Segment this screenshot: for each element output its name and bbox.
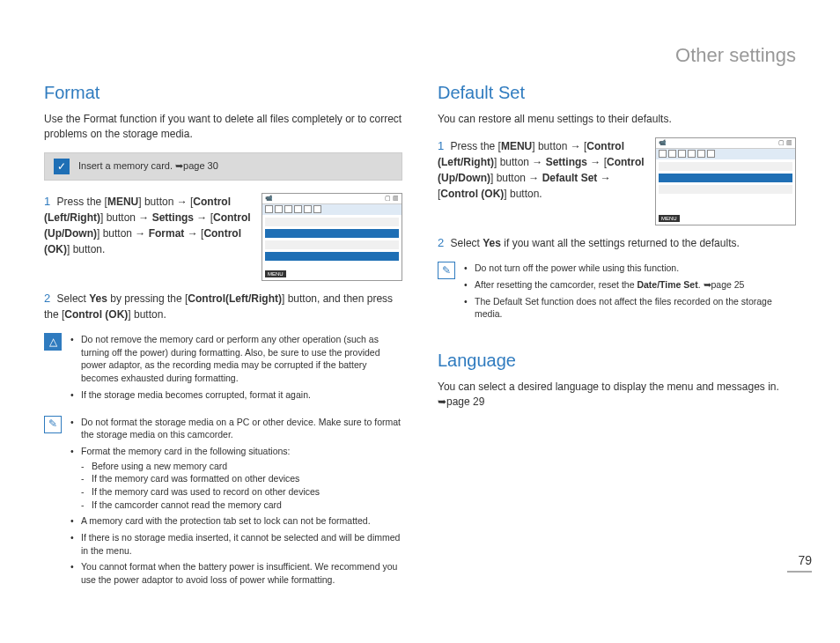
info-block: ✎ Do not format the storage media on a P… <box>44 416 402 590</box>
screenshot-list-item <box>265 240 399 249</box>
default-set-heading: Default Set <box>438 83 796 103</box>
screenshot-list-item <box>659 162 792 171</box>
default-set-notes: ✎ Do not turn off the power while using … <box>438 262 796 324</box>
format-heading: Format <box>44 83 402 103</box>
info-subitem: Before using a new memory card <box>81 460 402 473</box>
default-set-step2: 2 Select Yes if you want all the setting… <box>438 234 796 252</box>
language-heading: Language <box>438 351 796 371</box>
default-set-step1: 1 Press the [MENU] button → [Control (Le… <box>438 137 645 225</box>
mini-icon <box>678 150 686 158</box>
step-number: 1 <box>44 195 50 208</box>
mini-icon <box>304 205 312 213</box>
info-subitem: If the memory card was used to record on… <box>81 485 402 499</box>
mini-icon <box>668 150 676 158</box>
warning-block: △ Do not remove the memory card or perfo… <box>44 333 402 404</box>
language-intro: You can select a desired language to dis… <box>438 380 796 410</box>
info-subitem: If the memory card was formatted on othe… <box>81 472 402 485</box>
info-item: You cannot format when the battery power… <box>70 560 402 586</box>
mini-icon <box>313 205 321 213</box>
screenshot-list-item <box>265 229 399 238</box>
format-step1: 1 Press the [MENU] button → [Control (Le… <box>44 193 251 281</box>
info-item: A memory card with the protection tab se… <box>70 514 402 528</box>
info-icon: ✎ <box>438 262 455 279</box>
check-icon: ✓ <box>54 159 70 174</box>
page-number: 79 <box>787 553 812 573</box>
menu-tag: MENU <box>659 215 680 222</box>
screenshot-list-item <box>265 252 399 261</box>
step-number: 2 <box>438 236 444 249</box>
note-item: Do not turn off the power while using th… <box>464 262 796 275</box>
right-column: Default Set You can restore all menu set… <box>438 83 796 590</box>
memo-text: Insert a memory card. ➥page 30 <box>78 160 218 172</box>
screenshot-list-item <box>659 174 792 182</box>
format-step2: 2 Select Yes by pressing the [Control(Le… <box>44 290 402 323</box>
mini-icon <box>659 150 667 158</box>
mini-icon <box>284 205 292 213</box>
mini-icon <box>265 205 273 213</box>
mini-icon <box>275 205 283 213</box>
step-number: 2 <box>44 292 50 305</box>
warning-item: If the storage media becomes corrupted, … <box>70 388 402 402</box>
info-icon: ✎ <box>44 416 62 433</box>
info-item: Format the memory card in the following … <box>70 445 402 511</box>
format-intro: Use the Format function if you want to d… <box>44 112 402 142</box>
step-number: 1 <box>438 139 444 152</box>
mini-icon <box>707 150 715 158</box>
mini-icon <box>697 150 705 158</box>
left-column: Format Use the Format function if you wa… <box>44 83 402 590</box>
default-set-screenshot: 📹▢ ▥ MENU <box>655 137 796 225</box>
format-screenshot: 📹▢ ▥ MENU <box>262 193 402 281</box>
mini-icon <box>688 150 696 158</box>
memo-box: ✓ Insert a memory card. ➥page 30 <box>44 152 402 181</box>
info-subitem: If the camcorder cannot read the memory … <box>81 499 402 512</box>
screenshot-list-item <box>265 218 399 226</box>
mini-icon <box>294 205 302 213</box>
screenshot-list-item <box>659 185 792 194</box>
info-item: If there is no storage media inserted, i… <box>70 531 402 557</box>
page-header: Other settings <box>44 44 796 67</box>
menu-tag: MENU <box>265 270 286 277</box>
note-item: After resetting the camcorder, reset the… <box>464 278 796 292</box>
note-item: The Default Set function does not affect… <box>464 295 796 321</box>
info-item: Do not format the storage media on a PC … <box>70 416 402 441</box>
warning-icon: △ <box>44 333 62 351</box>
warning-item: Do not remove the memory card or perform… <box>70 333 402 385</box>
default-set-intro: You can restore all menu settings to the… <box>438 112 796 127</box>
